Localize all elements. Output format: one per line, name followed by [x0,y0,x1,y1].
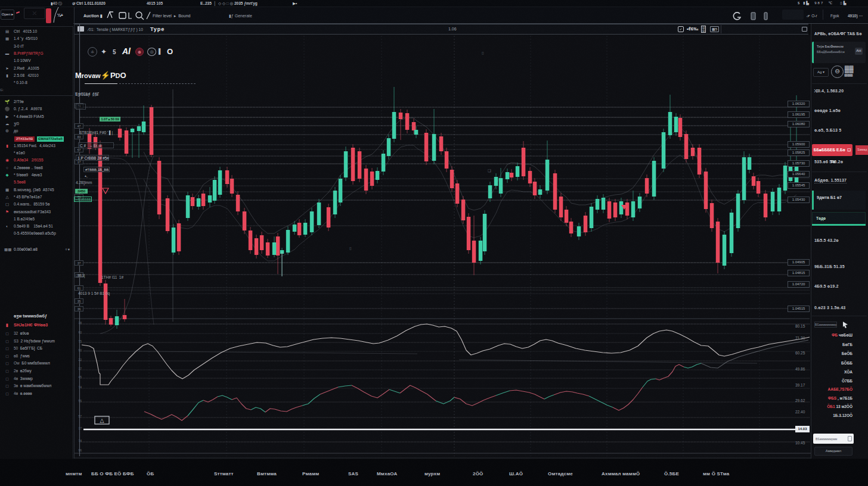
svg-text:△: △ [100,418,104,423]
